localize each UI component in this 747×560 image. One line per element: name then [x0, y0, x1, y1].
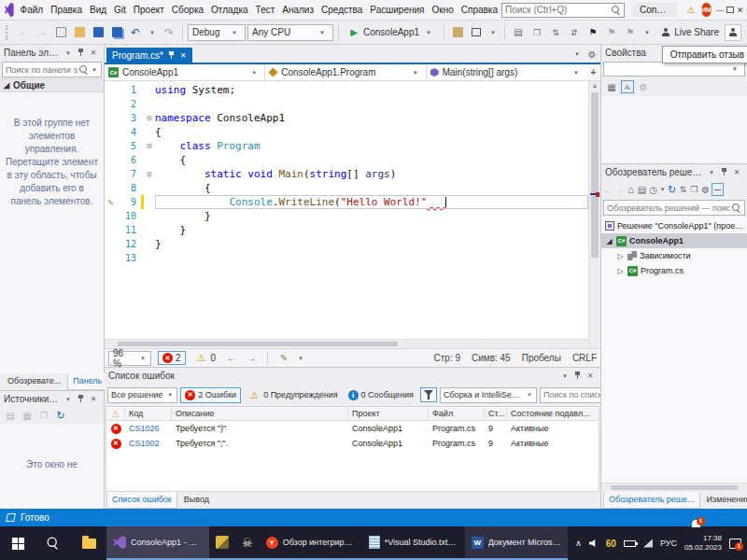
editor-errors-indicator[interactable]: 2 — [158, 351, 186, 365]
new-project-button[interactable] — [52, 24, 69, 41]
alphabetical-sort-icon[interactable] — [621, 80, 634, 93]
solution-horizontal-scrollbar[interactable] — [601, 483, 747, 492]
window-position-icon[interactable] — [62, 393, 75, 406]
class-dropdown[interactable]: ConsoleApp1.Program — [265, 64, 426, 80]
redo-button[interactable] — [161, 24, 177, 41]
pin-icon[interactable] — [77, 394, 85, 404]
menu-view[interactable]: Вид — [86, 2, 110, 18]
home-icon[interactable] — [626, 183, 636, 196]
close-icon[interactable] — [730, 166, 743, 179]
find-in-files-button[interactable] — [449, 24, 466, 41]
notifications-button[interactable]: 1 — [690, 512, 701, 524]
menu-analyze[interactable]: Анализ — [278, 2, 317, 18]
spaces-indicator[interactable]: Пробелы — [522, 353, 561, 363]
back-icon[interactable] — [603, 183, 613, 196]
properties-object-select[interactable] — [603, 62, 745, 77]
toolbox-title-bar[interactable]: Панель элементов — [0, 45, 104, 61]
quick-search-box[interactable] — [501, 3, 625, 18]
tab-program-cs[interactable]: Program.cs* — [106, 48, 192, 63]
menu-git[interactable]: Git — [110, 2, 130, 18]
toolbox-group-general[interactable]: Общие — [0, 78, 104, 92]
configuration-select[interactable]: Debug — [188, 24, 246, 41]
switch-views-icon[interactable] — [637, 183, 647, 196]
maximize-button[interactable] — [726, 2, 736, 19]
bookmark-button[interactable] — [585, 24, 601, 41]
taskbar-item-game[interactable] — [209, 526, 235, 560]
menu-file[interactable]: Файл — [17, 2, 48, 18]
signin-warning-icon[interactable] — [684, 4, 698, 17]
document-list-icon[interactable] — [571, 48, 584, 61]
volume-icon[interactable] — [589, 539, 599, 548]
menu-build[interactable]: Сборка — [168, 2, 207, 18]
menu-extensions[interactable]: Расширения — [366, 2, 428, 18]
solution-explorer-title-bar[interactable]: Обозреватель решений — [601, 164, 747, 180]
start-button[interactable] — [0, 526, 35, 560]
chevron-down-icon[interactable] — [659, 183, 666, 196]
program-cs-node[interactable]: C# Program.cs — [601, 263, 747, 278]
filter-button[interactable] — [420, 387, 437, 402]
show-all-files-icon[interactable] — [712, 183, 724, 196]
close-icon[interactable] — [87, 393, 100, 406]
solution-search-input[interactable] — [607, 203, 730, 213]
language-indicator[interactable]: РУС — [660, 539, 677, 548]
taskbar-search-button[interactable] — [35, 526, 71, 560]
warnings-filter-button[interactable]: 0 Предупреждения — [244, 386, 341, 403]
categorized-icon[interactable] — [605, 80, 618, 93]
file-explorer-button[interactable] — [71, 526, 106, 560]
tab-solution-explorer[interactable]: Обозреватель реше... — [603, 492, 700, 509]
code-cleanup-icon[interactable] — [277, 352, 290, 365]
data-sources-title-bar[interactable]: Источники данных — [0, 391, 104, 407]
outline-collapse-icon[interactable]: ⊟ — [145, 140, 154, 153]
window-position-icon[interactable] — [62, 47, 75, 60]
member-dropdown[interactable]: Main(string[] args) — [427, 64, 586, 80]
menu-help[interactable]: Справка — [458, 2, 501, 18]
sync-with-active-icon[interactable] — [678, 183, 688, 196]
comment-button[interactable] — [547, 24, 564, 41]
errors-filter-button[interactable]: 2 Ошибки — [180, 387, 241, 403]
add-data-source-icon[interactable] — [4, 409, 17, 422]
live-share-button[interactable]: Live Share — [661, 27, 723, 37]
tray-expand-icon[interactable]: ∧ — [575, 539, 582, 548]
next-bookmark-button[interactable] — [622, 24, 639, 41]
menu-project[interactable]: Проект — [130, 2, 168, 18]
quick-search-input[interactable] — [505, 5, 609, 15]
error-list-title-bar[interactable]: Список ошибок — [105, 368, 600, 384]
prev-issue-icon[interactable] — [225, 352, 238, 365]
network-icon[interactable] — [643, 539, 653, 548]
project-node[interactable]: C# ConsoleApp1 — [601, 233, 747, 248]
code-editor[interactable]: 1using System; 2 3⊟namespace ConsoleApp1… — [105, 81, 600, 348]
editor-warnings-indicator[interactable]: 0 — [192, 351, 219, 366]
pin-icon[interactable] — [720, 167, 728, 177]
tab-server-explorer[interactable]: Обозревате... — [2, 373, 66, 390]
save-all-button[interactable] — [108, 24, 125, 41]
pending-changes-icon[interactable] — [648, 183, 658, 196]
action-center-button[interactable]: 1 — [729, 539, 741, 549]
feedback-button[interactable] — [725, 24, 741, 41]
collapse-all-icon[interactable] — [689, 183, 699, 196]
expanded-icon[interactable] — [605, 234, 613, 247]
chevron-down-icon[interactable] — [297, 352, 304, 365]
close-icon[interactable] — [179, 49, 187, 62]
refresh-icon[interactable] — [54, 409, 67, 422]
editor-vertical-scrollbar[interactable]: ▲ — [588, 81, 600, 348]
scope-select[interactable]: Все решение — [107, 387, 177, 403]
editor-horizontal-scrollbar[interactable] — [105, 339, 588, 348]
user-avatar[interactable]: ИМ — [701, 3, 712, 17]
window-position-icon[interactable] — [558, 370, 571, 383]
save-button[interactable] — [90, 24, 106, 41]
tab-output[interactable]: Вывод — [178, 492, 215, 509]
solution-search-box[interactable] — [603, 200, 745, 216]
taskbar-item-word[interactable]: W Документ Microso... — [465, 526, 568, 560]
tab-git-changes[interactable]: Изменения Git — п... — [701, 492, 747, 509]
taskbar-item-notepad[interactable]: *Visual Studio.txt -... — [362, 526, 465, 560]
refresh-icon[interactable] — [667, 183, 677, 196]
navigate-back-button[interactable] — [15, 24, 32, 41]
toolbox-search-box[interactable] — [2, 62, 102, 77]
source-select[interactable]: Сборка и IntelliSense — [440, 387, 537, 403]
undo-button[interactable] — [127, 24, 144, 41]
error-row[interactable]: CS1002 Требуется ";". ConsoleApp1 Progra… — [106, 436, 599, 451]
start-debugging-button[interactable]: ConsoleApp1 — [344, 24, 439, 41]
menu-test[interactable]: Тест — [252, 2, 279, 18]
close-icon[interactable] — [584, 370, 597, 383]
toolbar-grip[interactable] — [6, 25, 9, 40]
